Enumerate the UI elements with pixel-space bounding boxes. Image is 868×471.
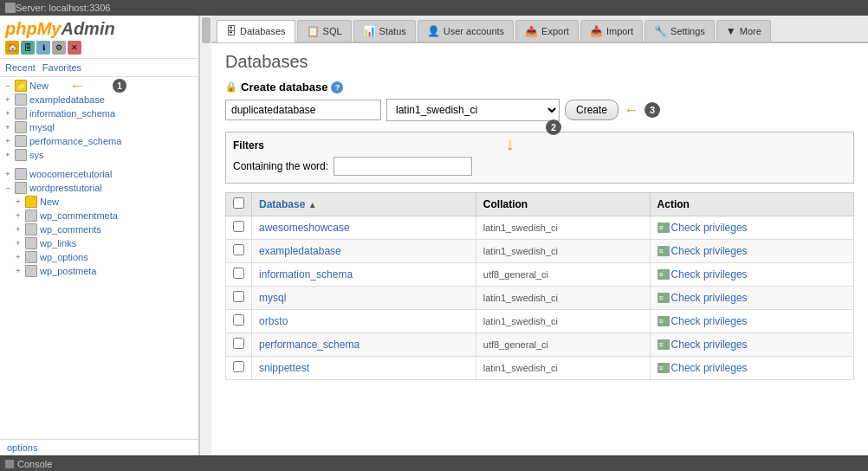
gear-icon[interactable]: ⚙ — [52, 41, 66, 55]
table-icon — [25, 251, 37, 263]
info-icon[interactable]: ℹ — [36, 41, 50, 55]
content-area: 🗄 Databases 📋 SQL 📊 Status 👤 User accoun… — [211, 16, 868, 455]
help-icon[interactable]: ? — [331, 81, 343, 94]
tree-label: exampledatabase — [29, 94, 105, 105]
main-layout: phpMyAdmin 🏠 🗄 ℹ ⚙ ✕ Recent Favorites — [0, 16, 868, 455]
action-cell-content: ≡ Check privileges — [657, 268, 846, 281]
tab-export[interactable]: 📤 Export — [515, 20, 579, 42]
sort-database-link[interactable]: Database ▲ — [259, 198, 317, 210]
db-name-link[interactable]: snippettest — [259, 362, 309, 374]
collation-value: latin1_swedish_ci — [483, 293, 558, 303]
collation-value: latin1_swedish_ci — [483, 246, 558, 256]
tree-item-wp-options[interactable]: + wp_options — [0, 250, 198, 264]
row-checkbox[interactable] — [233, 361, 244, 372]
scrollbar-thumb[interactable] — [202, 17, 211, 43]
row-checkbox[interactable] — [233, 314, 244, 326]
db-name-link[interactable]: orbsto — [259, 315, 288, 327]
action-icon: ≡ — [657, 269, 670, 280]
console-bar[interactable]: Console — [0, 455, 868, 471]
check-privileges-link[interactable]: Check privileges — [671, 339, 748, 351]
more-tab-icon: ▼ — [726, 25, 736, 37]
tree-item-wp-links[interactable]: + wp_links — [0, 236, 198, 250]
new-db-item[interactable]: − 📁 New ← 1 — [0, 79, 198, 93]
db-name-link[interactable]: exampledatabase — [259, 245, 341, 257]
row-checkbox[interactable] — [233, 244, 244, 255]
tab-user-accounts[interactable]: 👤 User accounts — [418, 20, 514, 42]
home-icon[interactable]: 🏠 — [5, 41, 19, 55]
tab-sql-label: SQL — [323, 26, 342, 36]
db-name-input[interactable] — [225, 100, 381, 120]
tree-item-woocommerce[interactable]: + woocomercetutorial — [0, 167, 198, 181]
tree-item-mysql[interactable]: + mysql — [0, 120, 198, 134]
tree-label: woocomercetutorial — [29, 169, 112, 179]
check-privileges-link[interactable]: Check privileges — [671, 362, 748, 374]
row-checkbox[interactable] — [233, 291, 244, 302]
tab-settings[interactable]: 🔧 Settings — [645, 20, 715, 42]
db-icon-example — [15, 94, 27, 106]
create-button[interactable]: Create — [565, 100, 619, 120]
db-icon-wp — [15, 182, 27, 194]
row-checkbox[interactable] — [233, 338, 244, 349]
filter-input[interactable] — [334, 157, 472, 176]
db-name-cell: mysql — [252, 287, 476, 310]
row-checkbox[interactable] — [233, 268, 244, 279]
tree-item-wp-new[interactable]: + New — [0, 195, 198, 209]
collation-value: utf8_general_ci — [483, 339, 548, 350]
check-privileges-link[interactable]: Check privileges — [671, 315, 748, 327]
collation-cell: latin1_swedish_ci — [476, 310, 650, 333]
sidebar-scrollbar[interactable] — [199, 16, 211, 455]
check-privileges-link[interactable]: Check privileges — [671, 268, 748, 281]
db-icon-woo — [15, 168, 27, 180]
page-title: Databases — [225, 52, 854, 72]
db-name-link[interactable]: awesomeshowcase — [259, 222, 350, 234]
tree-item-performance-schema[interactable]: + performance_schema — [0, 134, 198, 148]
tab-status[interactable]: 📊 Status — [353, 20, 416, 42]
recent-link[interactable]: Recent — [5, 62, 36, 73]
filters-title: Filters — [233, 139, 846, 152]
row-checkbox-cell — [226, 263, 252, 287]
expand-icon: + — [3, 95, 12, 104]
db-name-link[interactable]: performance_schema — [259, 339, 360, 351]
select-all-checkbox[interactable] — [233, 197, 244, 209]
logo: phpMyAdmin — [5, 19, 193, 39]
tab-more[interactable]: ▼ More — [716, 20, 771, 42]
collation-select[interactable]: latin1_swedish_ci utf8_general_ci utf8mb… — [386, 99, 560, 121]
tree-item-wp-commentmeta[interactable]: + wp_commentmeta — [0, 209, 198, 223]
tree-item-information-schema[interactable]: + information_schema — [0, 106, 198, 120]
tree-item-sys[interactable]: + sys — [0, 148, 198, 162]
tree-item-wordpress[interactable]: − wordpresstutorial — [0, 181, 198, 195]
action-icon: ≡ — [657, 339, 670, 350]
tab-sql[interactable]: 📋 SQL — [297, 20, 352, 42]
exit-icon[interactable]: ✕ — [68, 41, 81, 55]
table-icon — [25, 237, 37, 249]
col-collation-header: Collation — [476, 193, 650, 216]
db-name-link[interactable]: information_schema — [259, 268, 353, 281]
tree-item-wp-comments[interactable]: + wp_comments — [0, 223, 198, 236]
databases-table: Database ▲ Collation Action awesomeshowc… — [225, 192, 854, 380]
tree-label: sys — [29, 150, 44, 160]
db-icon[interactable]: 🗄 — [21, 41, 35, 55]
check-privileges-link[interactable]: Check privileges — [671, 292, 748, 304]
db-icon-wp-new — [25, 196, 37, 208]
collation-cell: latin1_swedish_ci — [476, 216, 650, 240]
row-checkbox[interactable] — [233, 221, 244, 232]
tab-export-label: Export — [541, 26, 569, 36]
tree-label: wp_commentmeta — [40, 210, 118, 221]
action-cell-content: ≡ Check privileges — [657, 245, 846, 257]
check-privileges-link[interactable]: Check privileges — [671, 222, 748, 234]
tab-databases[interactable]: 🗄 Databases — [217, 20, 295, 42]
action-cell: ≡ Check privileges — [650, 310, 853, 333]
table-icon — [25, 265, 37, 277]
check-privileges-link[interactable]: Check privileges — [671, 245, 748, 257]
db-name-link[interactable]: mysql — [259, 292, 286, 304]
tab-import[interactable]: 📥 Import — [580, 20, 643, 42]
favorites-link[interactable]: Favorites — [42, 62, 81, 73]
action-cell-content: ≡ Check privileges — [657, 315, 846, 327]
action-cell-content: ≡ Check privileges — [657, 292, 846, 304]
db-icon-sys — [15, 149, 27, 161]
tree-item-exampledatabase[interactable]: + exampledatabase — [0, 93, 198, 106]
expand-icon: + — [14, 267, 23, 275]
tree-item-wp-postmeta[interactable]: + wp_postmeta — [0, 264, 198, 278]
options-link[interactable]: options — [3, 442, 195, 454]
collation-value: latin1_swedish_ci — [483, 316, 558, 326]
